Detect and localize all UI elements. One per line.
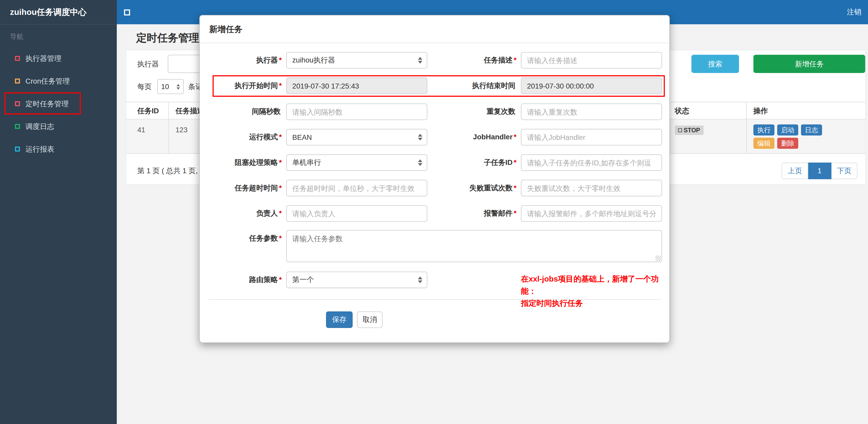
modal-header: 新增任务 [200, 15, 670, 43]
retry-count-label: 失败重试次数* [382, 180, 516, 196]
sidebar-item-cron-task[interactable]: Cron任务管理 [0, 70, 117, 93]
required-asterisk: * [279, 133, 282, 141]
child-task-id-input[interactable] [521, 155, 662, 171]
square-icon [15, 146, 20, 152]
required-asterisk: * [279, 234, 282, 242]
sidebar-item-dispatch-log[interactable]: 调度日志 [0, 115, 117, 138]
add-task-modal: 新增任务 执行器* zuihou执行器 任务描述* 执行开始时间* 执行结束时间… [199, 15, 670, 343]
alarm-email-input[interactable] [521, 205, 662, 222]
sidebar-section-label: 导航 [0, 24, 117, 47]
route-strategy-label: 路由策略* [200, 272, 282, 288]
required-asterisk: * [279, 56, 282, 64]
sidebar-item-timed-task[interactable]: 定时任务管理 [0, 93, 117, 115]
feature-note-line2: 指定时间执行任务 [521, 297, 672, 309]
timeout-label: 任务超时时间* [200, 180, 282, 196]
sidebar-item-run-report[interactable]: 运行报表 [0, 138, 117, 160]
executor-filter-label: 执行器 [137, 55, 159, 73]
sidebar-item-label: Cron任务管理 [26, 76, 70, 86]
col-status: 状态 [668, 102, 746, 119]
required-asterisk: * [279, 184, 282, 192]
textarea-resize-handle[interactable] [655, 256, 661, 261]
pagination-prev-button[interactable]: 上页 [782, 163, 808, 179]
route-strategy-select[interactable]: 第一个 [286, 272, 428, 288]
owner-label: 负责人* [200, 205, 282, 222]
sidebar-item-label: 调度日志 [26, 121, 54, 131]
required-asterisk: * [279, 209, 282, 218]
pagination-summary: 第 1 页 ( 总共 1 页, 1 [137, 163, 204, 179]
sidebar-item-label: 执行器管理 [26, 54, 62, 63]
sidebar-toggle-icon[interactable] [124, 9, 130, 15]
select-value: 单机串行 [292, 158, 321, 167]
task-desc-input[interactable] [521, 52, 662, 69]
task-desc-label: 任务描述* [382, 52, 516, 69]
form-row-owner: 负责人* 报警邮件* [200, 205, 670, 222]
pagination: 上页 1 下页 [782, 163, 858, 179]
child-task-id-label: 子任务ID* [382, 155, 516, 171]
required-asterisk: * [514, 184, 517, 192]
form-row-executor: 执行器* zuihou执行器 任务描述* [200, 52, 670, 69]
action-delete-button[interactable]: 删除 [777, 138, 798, 149]
select-value: 第一个 [292, 275, 314, 285]
feature-note-line1: 在xxl-jobs项目的基础上，新增了一个功能： [521, 273, 672, 297]
modal-title: 新增任务 [209, 24, 242, 34]
logout-link[interactable]: 注销 [847, 0, 861, 24]
select-value: BEAN [292, 133, 312, 141]
action-start-button[interactable]: 启动 [777, 125, 798, 135]
required-asterisk: * [279, 275, 282, 284]
run-mode-label: 运行模式* [200, 129, 282, 145]
end-time-input[interactable] [521, 77, 662, 94]
square-icon [15, 79, 20, 84]
block-strategy-label: 阻塞处理策略* [200, 155, 282, 171]
form-row-block-strategy: 阻塞处理策略* 单机串行 子任务ID* [200, 155, 670, 171]
save-button[interactable]: 保存 [326, 312, 353, 328]
task-params-textarea[interactable] [286, 230, 662, 262]
jobhandler-label: JobHandler* [382, 129, 516, 145]
select-arrows-icon [418, 276, 422, 283]
repeat-count-label: 重复次数 [382, 103, 516, 120]
required-asterisk: * [279, 81, 282, 90]
search-button[interactable]: 搜索 [691, 55, 739, 73]
action-log-button[interactable]: 日志 [801, 125, 822, 135]
action-edit-button[interactable]: 编辑 [753, 138, 774, 149]
form-row-timeout: 任务超时时间* 失败重试次数* [200, 180, 670, 196]
select-arrows-icon [177, 84, 180, 89]
cancel-button[interactable]: 取消 [357, 312, 383, 328]
actions-cell: 执行启动日志 编辑删除 [746, 120, 865, 153]
sidebar-item-label: 运行报表 [26, 144, 54, 154]
form-row-interval: 间隔秒数 重复次数 [200, 103, 670, 120]
app-root: zuihou任务调度中心 注销 导航 执行器管理 Cron任务管理 定时任务管理… [0, 0, 868, 424]
select-value: zuihou执行器 [292, 55, 335, 65]
required-asterisk: * [514, 133, 517, 141]
alarm-email-label: 报警邮件* [382, 205, 516, 222]
page-title: 定时任务管理 [136, 31, 199, 45]
form-row-time: 执行开始时间* 执行结束时间 [200, 77, 670, 94]
required-asterisk: * [279, 158, 282, 166]
brand-title: zuihou任务调度中心 [0, 0, 117, 24]
status-cell: STOP [668, 120, 746, 153]
required-asterisk: * [514, 158, 517, 166]
executor-label: 执行器* [200, 52, 282, 69]
per-page-value: 10 [161, 82, 169, 91]
square-icon [15, 56, 20, 61]
per-page-select[interactable]: 10 [157, 79, 184, 94]
pagination-next-button[interactable]: 下页 [832, 163, 858, 179]
end-time-label: 执行结束时间 [382, 77, 516, 94]
sidebar: 导航 执行器管理 Cron任务管理 定时任务管理 调度日志 运行报表 [0, 24, 117, 424]
modal-footer-divider [209, 299, 661, 300]
square-icon [15, 101, 20, 106]
add-task-button[interactable]: 新增任务 [753, 55, 865, 73]
interval-label: 间隔秒数 [200, 103, 282, 120]
jobhandler-input[interactable] [521, 129, 662, 145]
square-icon [15, 124, 20, 129]
action-run-button[interactable]: 执行 [753, 125, 774, 135]
form-row-runmode: 运行模式* BEAN JobHandler* [200, 129, 670, 145]
sidebar-item-label: 定时任务管理 [26, 99, 69, 108]
sidebar-item-executor-manage[interactable]: 执行器管理 [0, 47, 117, 70]
feature-note: 在xxl-jobs项目的基础上，新增了一个功能： 指定时间执行任务 [521, 273, 672, 309]
pagination-page-1-button[interactable]: 1 [808, 163, 832, 179]
retry-count-input[interactable] [521, 180, 662, 196]
stop-square-icon [678, 128, 682, 132]
per-page-label: 每页 [137, 79, 152, 94]
required-asterisk: * [514, 56, 517, 64]
repeat-count-input[interactable] [521, 103, 662, 120]
